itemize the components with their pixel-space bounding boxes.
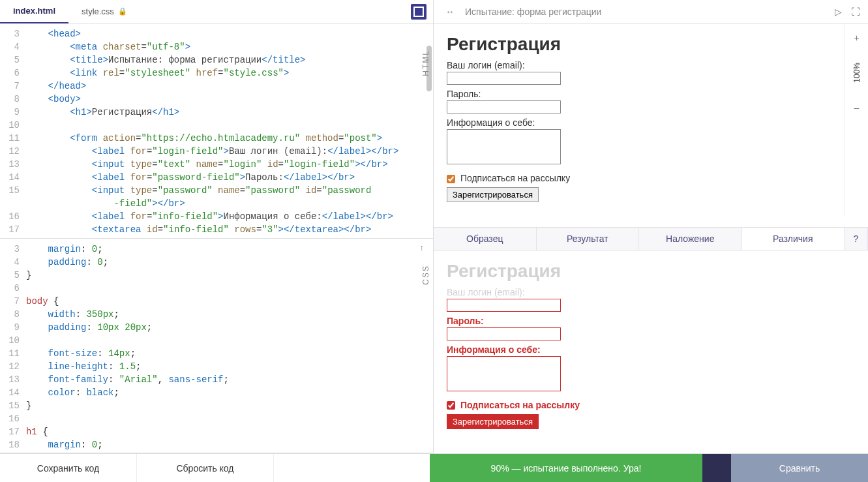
css-side-label: CSS <box>421 265 430 285</box>
arrow-up-icon[interactable]: ↑ <box>415 243 430 252</box>
ctab-diff[interactable]: Различия <box>742 228 845 250</box>
subscribe-label: Подписаться на рассылку <box>460 173 570 183</box>
info-label: Информация о себе: <box>447 117 839 128</box>
preview-title: Испытание: форма регистрации <box>465 7 828 17</box>
diff-subscribe-checkbox[interactable] <box>447 401 455 410</box>
diff-subscribe-label: Подписаться на рассылку <box>460 400 580 410</box>
tab-style-css[interactable]: style.css 🔒 <box>68 0 140 23</box>
status-bar: 90% — испытание выполнено. Ура! <box>430 454 702 482</box>
ctab-result[interactable]: Результат <box>537 228 640 250</box>
play-icon[interactable]: ▷ <box>835 7 842 17</box>
diff-submit-button[interactable]: Зарегистрироваться <box>447 414 539 429</box>
css-editor[interactable]: 3 margin: 0;4 padding: 0;5}6 7body {8 wi… <box>0 239 433 454</box>
submit-button[interactable]: Зарегистрироваться <box>447 187 539 202</box>
preview-diff: Регистрация Ваш логин (email): Пароль: И… <box>434 250 868 454</box>
diff-info-textarea[interactable] <box>447 356 561 391</box>
compare-button[interactable]: Сравнить <box>731 454 868 482</box>
zoom-out-icon[interactable]: – <box>854 102 860 113</box>
password-label: Пароль: <box>447 89 839 99</box>
diff-password-input[interactable] <box>447 327 561 340</box>
zoom-in-icon[interactable]: + <box>854 33 859 43</box>
compare-tabs: Образец Результат Наложение Различия ? <box>434 227 868 250</box>
lock-icon: 🔒 <box>118 7 127 16</box>
diff-info-label: Информация о себе: <box>447 344 855 355</box>
reset-code-button[interactable]: Сбросить код <box>137 454 274 482</box>
editor-tabs: index.html style.css 🔒 <box>0 0 433 23</box>
save-code-button[interactable]: Сохранить код <box>0 454 137 482</box>
ctab-sample[interactable]: Образец <box>434 228 537 250</box>
ctab-overlay[interactable]: Наложение <box>639 228 742 250</box>
preview-result: Регистрация Ваш логин (email): Пароль: И… <box>434 23 868 227</box>
password-input[interactable] <box>447 100 561 113</box>
resize-icon[interactable]: ↔ <box>441 7 458 17</box>
diff-login-label: Ваш логин (email): <box>447 287 855 297</box>
login-label: Ваш логин (email): <box>447 60 839 70</box>
diff-login-input[interactable] <box>447 299 561 312</box>
preview-heading: Регистрация <box>447 34 839 55</box>
preview-header: ↔ Испытание: форма регистрации ▷ ⛶ <box>434 0 868 23</box>
zoom-level: 100% <box>852 63 861 83</box>
diff-password-label: Пароль: <box>447 316 855 326</box>
expand-icon[interactable]: ⛶ <box>851 7 860 17</box>
tab-index-html[interactable]: index.html <box>0 0 68 23</box>
html-side-label: HTML <box>421 50 430 76</box>
subscribe-checkbox[interactable] <box>447 175 455 183</box>
html-editor[interactable]: 3 <head>4 <meta charset="utf-8">5 <title… <box>0 23 433 239</box>
info-textarea[interactable] <box>447 129 561 164</box>
layout-toggle-icon[interactable] <box>411 4 427 20</box>
footer: Сохранить код Сбросить код 90% — испытан… <box>0 453 868 482</box>
ctab-help[interactable]: ? <box>845 228 868 250</box>
diff-heading: Регистрация <box>447 261 855 282</box>
login-input[interactable] <box>447 72 561 85</box>
dark-block <box>702 454 731 482</box>
